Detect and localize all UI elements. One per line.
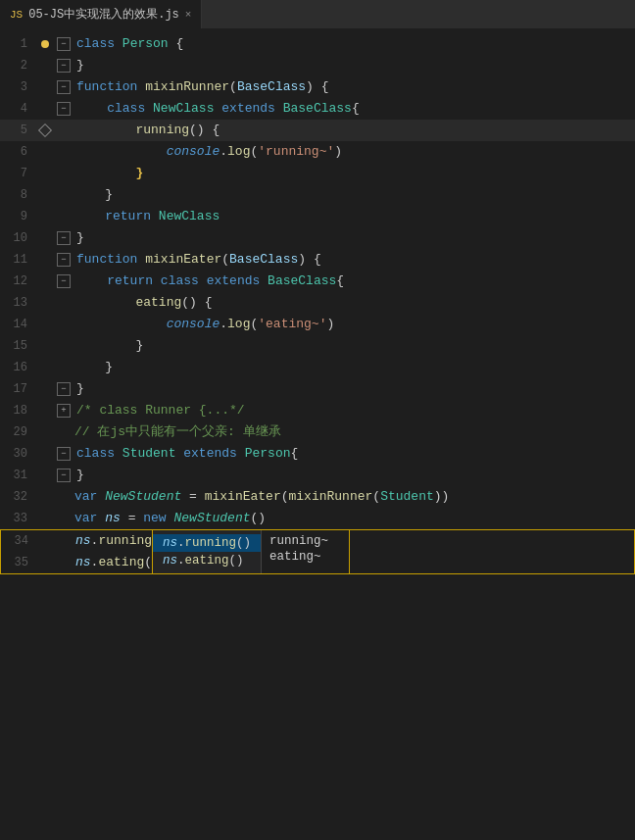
- tab-icon: JS: [10, 9, 23, 21]
- fold-icon-31[interactable]: −: [57, 469, 71, 482]
- line-num-7: 7: [0, 167, 37, 180]
- line-18: 18 + /* class Runner {...*/: [0, 400, 635, 421]
- ac-item-label2: ns.eating(): [163, 554, 244, 568]
- ac-output-2: eating~: [269, 550, 341, 564]
- line-31: 31 − }: [0, 465, 635, 486]
- code-13: eating() {: [71, 292, 212, 314]
- code-14: console.log('eating~'): [71, 314, 334, 335]
- code-30: class Student extends Person{: [73, 443, 298, 465]
- line-num-3: 3: [0, 80, 37, 94]
- tab-bar: JS 05-JS中实现混入的效果.js ×: [0, 0, 635, 29]
- ac-item-eating[interactable]: ns.eating(): [153, 552, 261, 569]
- line-6: 6 console.log('running~'): [0, 141, 635, 163]
- line-num-18: 18: [0, 404, 37, 418]
- line-2: 2 − }: [0, 55, 635, 76]
- line-num-16: 16: [0, 361, 37, 374]
- line-9: 9 return NewClass: [0, 206, 635, 227]
- code-16: }: [71, 357, 113, 378]
- code-4: class NewClass extends BaseClass{: [73, 98, 360, 120]
- code-29: // 在js中只能有一个父亲: 单继承: [71, 421, 281, 443]
- line-num-17: 17: [0, 382, 37, 396]
- line-num-9: 9: [0, 210, 37, 223]
- fold-icon-30[interactable]: −: [57, 447, 71, 461]
- line-num-10: 10: [0, 231, 37, 245]
- line-num-13: 13: [0, 296, 37, 310]
- breakpoint-1[interactable]: [37, 40, 53, 48]
- code-6: console.log('running~'): [71, 141, 342, 163]
- ac-item-running[interactable]: ns.running(): [153, 534, 261, 552]
- code-7: }: [71, 163, 143, 184]
- code-12: return class extends BaseClass{: [73, 271, 344, 292]
- line-num-29: 29: [0, 425, 37, 439]
- ac-item-label: ns.running(): [163, 536, 251, 550]
- line-num-30: 30: [0, 447, 37, 461]
- line-num-31: 31: [0, 469, 37, 482]
- line-17: 17 − }: [0, 378, 635, 400]
- fold-icon-10[interactable]: −: [57, 231, 71, 245]
- fold-icon-4[interactable]: −: [57, 102, 71, 116]
- line-1: 1 − class Person {: [0, 33, 635, 55]
- ac-output-1: running~: [269, 534, 341, 548]
- code-18: /* class Runner {...*/: [73, 400, 245, 421]
- diamond-5: [37, 125, 53, 135]
- fold-icon-12[interactable]: −: [57, 274, 71, 288]
- code-32: var NewStudent = mixinEater(mixinRunner(…: [71, 486, 449, 508]
- fold-icon-2[interactable]: −: [57, 59, 71, 73]
- code-35: ns.eating(): [72, 552, 160, 573]
- line-num-35: 35: [1, 556, 38, 569]
- line-16: 16 }: [0, 357, 635, 378]
- line-num-14: 14: [0, 318, 37, 331]
- line-num-32: 32: [0, 490, 37, 504]
- line-3: 3 − function mixinRunner(BaseClass) {: [0, 76, 635, 98]
- code-1: class Person {: [73, 33, 183, 55]
- code-3: function mixinRunner(BaseClass) {: [73, 76, 329, 98]
- code-31: }: [73, 465, 84, 486]
- line-num-33: 33: [0, 512, 37, 525]
- line-num-6: 6: [0, 145, 37, 159]
- tab[interactable]: JS 05-JS中实现混入的效果.js ×: [0, 0, 202, 28]
- fold-icon-1[interactable]: −: [57, 37, 71, 51]
- line-13: 13 eating() {: [0, 292, 635, 314]
- line-num-4: 4: [0, 102, 37, 116]
- tab-close-icon[interactable]: ×: [185, 9, 192, 21]
- autocomplete-left: ns.running() ns.eating(): [153, 530, 261, 573]
- line-num-12: 12: [0, 274, 37, 288]
- code-10: }: [73, 227, 84, 249]
- fold-icon-17[interactable]: −: [57, 382, 71, 396]
- line-15: 15 }: [0, 335, 635, 357]
- line-7: 7 }: [0, 163, 635, 184]
- line-30: 30 − class Student extends Person{: [0, 443, 635, 465]
- fold-icon-3[interactable]: −: [57, 80, 71, 94]
- autocomplete-right: running~ eating~: [261, 530, 349, 573]
- tab-label: 05-JS中实现混入的效果.js: [28, 6, 179, 23]
- code-5: running() {: [71, 120, 220, 141]
- autocomplete-popup[interactable]: ns.running() ns.eating() running~ eating…: [152, 529, 350, 574]
- line-33: 33 var ns = new NewStudent(): [0, 508, 635, 529]
- code-17: }: [73, 378, 84, 400]
- line-32: 32 var NewStudent = mixinEater(mixinRunn…: [0, 486, 635, 508]
- line-num-5: 5: [0, 124, 37, 137]
- line-num-11: 11: [0, 253, 37, 267]
- code-2: }: [73, 55, 84, 76]
- code-8: }: [71, 184, 113, 206]
- code-15: }: [71, 335, 143, 357]
- line-29: 29 // 在js中只能有一个父亲: 单继承: [0, 421, 635, 443]
- line-4: 4 − class NewClass extends BaseClass{: [0, 98, 635, 120]
- fold-icon-18[interactable]: +: [57, 404, 71, 418]
- code-33: var ns = new NewStudent(): [71, 508, 266, 529]
- line-8: 8 }: [0, 184, 635, 206]
- line-num-2: 2: [0, 59, 37, 73]
- line-num-8: 8: [0, 188, 37, 202]
- line-10: 10 − }: [0, 227, 635, 249]
- line-num-1: 1: [0, 37, 37, 51]
- line-num-15: 15: [0, 339, 37, 353]
- editor: 1 − class Person { 2 − } 3 − function mi…: [0, 29, 635, 574]
- lines-34-35-wrapper: 34 ns.running() 35 ns.eating() ns.runnin…: [0, 529, 635, 574]
- line-11: 11 − function mixinEater(BaseClass) {: [0, 249, 635, 271]
- code-11: function mixinEater(BaseClass) {: [73, 249, 321, 271]
- line-12: 12 − return class extends BaseClass{: [0, 271, 635, 292]
- line-num-34: 34: [1, 534, 38, 548]
- line-14: 14 console.log('eating~'): [0, 314, 635, 335]
- code-9: return NewClass: [71, 206, 220, 227]
- fold-icon-11[interactable]: −: [57, 253, 71, 267]
